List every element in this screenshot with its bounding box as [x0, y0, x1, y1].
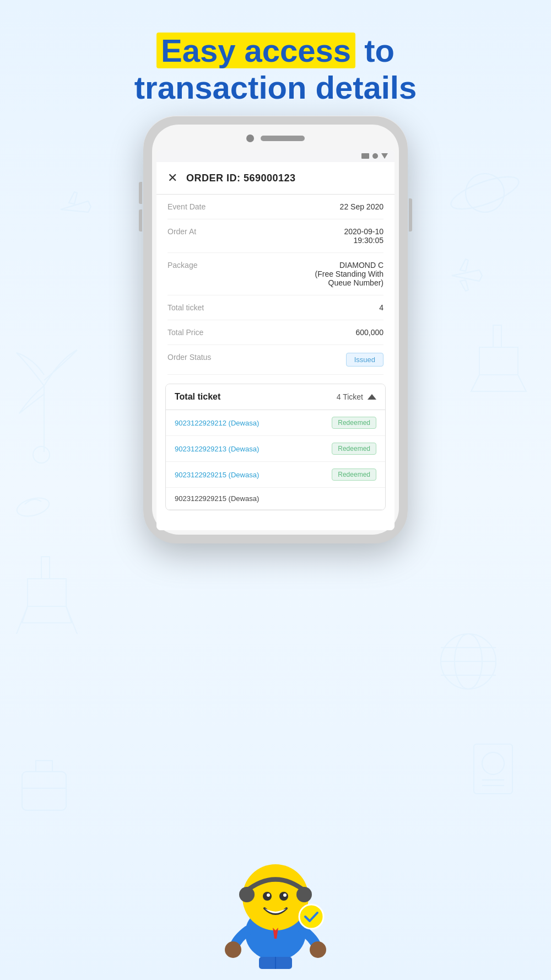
title-line1: Easy access to — [0, 33, 551, 68]
phone-speaker — [261, 136, 305, 141]
close-button[interactable]: ✕ — [168, 172, 177, 184]
total-price-row: Total Price 600,000 — [168, 320, 383, 345]
order-status-badge: Issued — [346, 353, 383, 367]
header-section: Easy access to transaction details — [0, 0, 551, 106]
svg-point-15 — [466, 174, 504, 212]
package-label: Package — [168, 261, 197, 270]
svg-point-27 — [310, 941, 326, 958]
svg-point-26 — [225, 941, 241, 958]
title-highlight: Easy access — [156, 33, 355, 68]
ticket-item[interactable]: 9023122929213 (Dewasa) Redeemed — [166, 436, 385, 462]
volume-down-button — [139, 209, 142, 231]
svg-point-4 — [441, 634, 496, 689]
order-details: Event Date 22 Sep 2020 Order At 2020-09-… — [156, 195, 395, 375]
package-row: Package DIAMOND C(Free Standing WithQueu… — [168, 253, 383, 295]
ticket-item[interactable]: 9023122929212 (Dewasa) Redeemed — [166, 410, 385, 436]
power-button — [409, 198, 412, 231]
svg-line-3 — [66, 606, 77, 634]
order-id-title: ORDER ID: 569000123 — [186, 173, 296, 184]
wifi-icon — [372, 153, 378, 159]
ticket-number-3: 9023122929215 (Dewasa) — [175, 471, 259, 479]
total-ticket-label: Total ticket — [168, 303, 204, 312]
battery-icon — [381, 153, 388, 159]
package-value: DIAMOND C(Free Standing WithQueue Number… — [315, 261, 384, 287]
mascot-svg — [209, 837, 342, 969]
signal-icon — [361, 153, 369, 159]
total-price-label: Total Price — [168, 328, 203, 337]
event-date-row: Event Date 22 Sep 2020 — [168, 195, 383, 219]
phone-inner-shell: ✕ ORDER ID: 569000123 Event Date 22 Sep … — [152, 125, 399, 535]
volume-up-button — [139, 182, 142, 204]
phone-screen: ✕ ORDER ID: 569000123 Event Date 22 Sep … — [156, 150, 395, 530]
ticket-section-header: Total ticket 4 Ticket — [166, 384, 385, 410]
ticket-item[interactable]: 9023122929215 (Dewasa) — [166, 488, 385, 510]
phone-mockup: ✕ ORDER ID: 569000123 Event Date 22 Sep … — [143, 116, 408, 543]
order-at-value: 2020-09-1019:30:05 — [344, 227, 383, 245]
title-line2: transaction details — [0, 68, 551, 107]
redeemed-badge-2: Redeemed — [332, 443, 376, 455]
ticket-count-value: 4 Ticket — [337, 392, 363, 401]
svg-point-17 — [15, 495, 51, 520]
phone-outer-shell: ✕ ORDER ID: 569000123 Event Date 22 Sep … — [143, 116, 408, 543]
total-price-value: 600,000 — [355, 328, 383, 337]
svg-point-5 — [455, 634, 482, 689]
front-camera — [246, 134, 254, 142]
ticket-number-1: 9023122929212 (Dewasa) — [175, 419, 259, 427]
ticket-number-4: 9023122929215 (Dewasa) — [175, 494, 259, 503]
order-at-row: Order At 2020-09-1019:30:05 — [168, 219, 383, 253]
svg-point-1 — [33, 446, 50, 463]
svg-point-16 — [447, 170, 522, 216]
svg-point-24 — [267, 893, 270, 897]
svg-point-20 — [239, 887, 255, 902]
total-ticket-row: Total ticket 4 — [168, 295, 383, 320]
svg-point-25 — [283, 893, 287, 897]
event-date-value: 22 Sep 2020 — [340, 202, 383, 211]
order-status-row: Order Status Issued — [168, 345, 383, 375]
svg-point-10 — [482, 752, 504, 774]
total-ticket-value: 4 — [379, 303, 383, 312]
ticket-item[interactable]: 9023122929215 (Dewasa) Redeemed — [166, 462, 385, 488]
redeemed-badge-1: Redeemed — [332, 417, 376, 429]
svg-rect-9 — [474, 744, 512, 794]
order-status-label: Order Status — [168, 353, 211, 362]
event-date-label: Event Date — [168, 202, 206, 211]
ticket-section: Total ticket 4 Ticket 9023122929212 (Dew… — [165, 384, 386, 510]
svg-line-2 — [17, 606, 28, 634]
chevron-up-icon — [368, 394, 376, 400]
ticket-section-title: Total ticket — [175, 392, 220, 402]
screen-bottom — [156, 519, 395, 530]
svg-rect-13 — [22, 772, 66, 810]
ticket-number-2: 9023122929213 (Dewasa) — [175, 445, 259, 453]
svg-point-21 — [296, 887, 312, 902]
redeemed-badge-3: Redeemed — [332, 469, 376, 481]
status-bar — [156, 150, 395, 162]
order-header: ✕ ORDER ID: 569000123 — [156, 162, 395, 195]
ticket-count-container[interactable]: 4 Ticket — [337, 392, 376, 401]
mascot-container — [209, 837, 342, 969]
phone-top-bar — [156, 129, 395, 150]
order-at-label: Order At — [168, 227, 196, 236]
ticket-list: 9023122929212 (Dewasa) Redeemed 90231229… — [166, 410, 385, 510]
